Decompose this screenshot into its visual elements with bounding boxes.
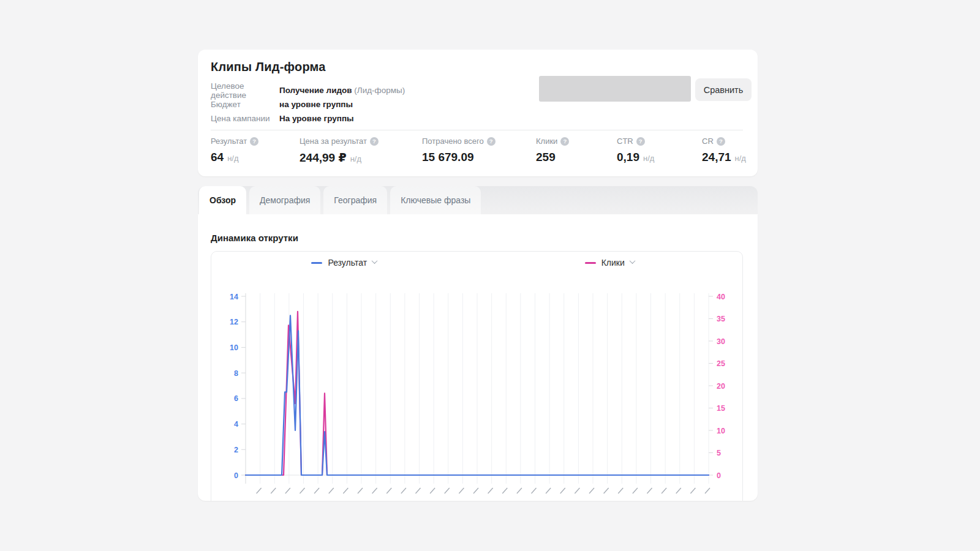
stat-value: 15 679.09: [422, 151, 474, 164]
stat-cost-per-result: Цена за результат 244,99 ₽н/д: [300, 136, 379, 165]
x-tick-label-clipped: [343, 488, 348, 493]
chevron-down-icon: [372, 258, 378, 264]
stat-ctr: CTR 0,19н/д: [617, 136, 654, 164]
date-range-redacted[interactable]: [539, 76, 691, 102]
tab-key-phrases[interactable]: Ключевые фразы: [390, 186, 481, 214]
campaign-summary-card: Клипы Лид-форма Целевое действие Получен…: [198, 50, 758, 176]
right-axis-tick-label: 10: [717, 427, 725, 435]
right-axis-tick-label: 30: [717, 337, 725, 346]
left-axis-tick-label: 6: [234, 394, 238, 403]
right-axis-tick-label: 40: [717, 293, 725, 301]
x-tick-label-clipped: [257, 488, 262, 493]
stat-spent-total: Потрачено всего 15 679.09: [422, 136, 496, 164]
x-tick-label-clipped: [604, 488, 609, 493]
tab-bar: Обзор Демография География Ключевые фраз…: [198, 186, 758, 214]
x-tick-label-clipped: [271, 488, 276, 493]
x-tick-label-clipped: [647, 488, 652, 493]
left-axis-tick-label: 8: [234, 369, 238, 378]
x-tick-label-clipped: [676, 488, 681, 493]
help-icon[interactable]: [250, 137, 258, 146]
detail-row-campaign-price: Цена кампании На уровне группы: [211, 111, 405, 126]
chart-legend: Результат Клики: [211, 258, 742, 268]
section-title: Динамика открутки: [211, 233, 298, 243]
stat-value: 244,99 ₽: [300, 151, 347, 165]
x-tick-label-clipped: [488, 488, 493, 493]
tab-overview[interactable]: Обзор: [199, 186, 246, 214]
x-tick-label-clipped: [358, 488, 363, 493]
x-tick-label-clipped: [705, 488, 710, 493]
right-axis-tick-label: 15: [717, 404, 725, 413]
left-axis-tick-label: 12: [230, 318, 238, 326]
help-icon[interactable]: [487, 137, 496, 146]
left-axis-tick-label: 14: [230, 293, 238, 301]
x-tick-label-clipped: [560, 488, 565, 493]
left-axis-tick-label: 2: [234, 446, 238, 454]
overview-card: Динамика открутки 1412108642040353025201…: [198, 214, 758, 501]
x-tick-label-clipped: [662, 488, 666, 493]
stat-value: 64: [211, 151, 224, 164]
x-tick-label-clipped: [532, 488, 537, 493]
tab-geography[interactable]: География: [323, 186, 387, 214]
x-tick-label-clipped: [618, 488, 623, 493]
x-tick-label-clipped: [459, 488, 464, 493]
stat-value: 0,19: [617, 151, 639, 164]
help-icon[interactable]: [717, 137, 725, 146]
chart-panel: 141210864204035302520151050 Результат Кл…: [211, 251, 743, 501]
right-axis-tick-label: 25: [717, 359, 725, 368]
compare-button[interactable]: Сравнить: [695, 78, 752, 101]
legend-result[interactable]: Результат: [211, 258, 477, 268]
left-axis-tick-label: 10: [230, 343, 238, 352]
tab-demography[interactable]: Демография: [249, 186, 320, 214]
help-icon[interactable]: [560, 137, 569, 146]
x-tick-label-clipped: [416, 488, 421, 493]
x-tick-label-clipped: [502, 488, 507, 493]
x-tick-label-clipped: [473, 488, 478, 493]
x-tick-label-clipped: [300, 488, 305, 493]
help-icon[interactable]: [636, 137, 645, 146]
campaign-details: Целевое действие Получение лидов (Лид-фо…: [211, 83, 405, 126]
chevron-down-icon: [629, 258, 635, 264]
detail-row-budget: Бюджет на уровне группы: [211, 97, 405, 111]
x-tick-label-clipped: [517, 488, 522, 493]
help-icon[interactable]: [370, 137, 379, 146]
campaign-title: Клипы Лид-форма: [211, 60, 326, 74]
x-tick-label-clipped: [445, 488, 450, 493]
x-tick-label-clipped: [546, 488, 551, 493]
x-tick-label-clipped: [401, 488, 406, 493]
x-tick-label-clipped: [589, 488, 594, 493]
clicks-line-swatch: [585, 262, 596, 264]
stat-value: 259: [536, 151, 556, 164]
line-chart: 141210864204035302520151050: [211, 252, 742, 501]
right-axis-tick-label: 0: [717, 471, 721, 480]
x-tick-label-clipped: [372, 488, 377, 493]
x-tick-label-clipped: [633, 488, 638, 493]
right-axis-tick-label: 35: [717, 315, 725, 323]
stat-value: 24,71: [702, 151, 731, 164]
x-tick-label-clipped: [430, 488, 435, 493]
legend-clicks[interactable]: Клики: [477, 258, 743, 268]
right-axis-tick-label: 5: [717, 449, 721, 457]
left-axis-tick-label: 4: [234, 420, 238, 429]
x-tick-label-clipped: [314, 488, 319, 493]
x-tick-label-clipped: [386, 488, 391, 493]
stat-cr: CR 24,71н/д: [702, 136, 746, 164]
stat-clicks: Клики 259: [536, 136, 569, 164]
x-tick-label-clipped: [575, 488, 579, 493]
detail-row-target-action: Целевое действие Получение лидов (Лид-фо…: [211, 83, 405, 97]
divider: [211, 130, 743, 130]
x-tick-label-clipped: [690, 488, 695, 493]
right-axis-tick-label: 20: [717, 382, 725, 391]
x-tick-label-clipped: [329, 488, 334, 493]
x-tick-label-clipped: [285, 488, 290, 493]
stat-result: Результат 64н/д: [211, 136, 258, 164]
left-axis-tick-label: 0: [234, 471, 238, 480]
result-line-swatch: [311, 262, 322, 264]
